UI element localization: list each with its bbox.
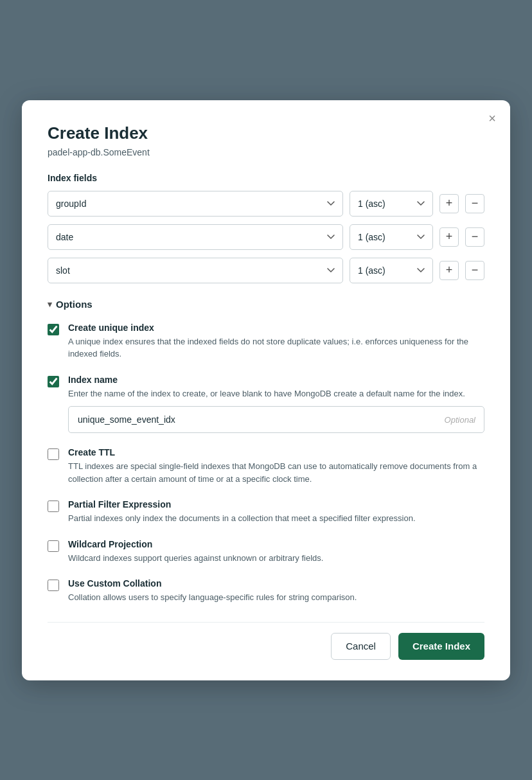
partial-filter-checkbox-wrapper [48,501,59,515]
order-select-1[interactable]: 1 (asc) -1 (desc) 2dsphere text hashed [350,191,433,217]
wildcard-option-title: Wildcard Projection [68,539,323,549]
options-toggle-button[interactable]: ▾ Options [48,299,93,310]
index-fields-label: Index fields [48,173,484,183]
ttl-option-desc: TTL indexes are special single-field ind… [68,460,484,485]
custom-collation-option-title: Use Custom Collation [68,578,357,589]
modal-footer: Cancel Create Index [48,622,484,660]
index-field-row: groupId date slot _id name 1 (asc) -1 (d… [48,258,484,283]
add-field-button-1[interactable]: + [439,194,459,213]
add-field-button-2[interactable]: + [439,227,459,247]
create-index-button[interactable]: Create Index [398,633,484,660]
field-select-1[interactable]: groupId date slot _id name [48,191,343,217]
partial-filter-checkbox[interactable] [48,501,59,512]
field-select-3[interactable]: groupId date slot _id name [48,258,343,283]
order-select-2[interactable]: 1 (asc) -1 (desc) 2dsphere text hashed [350,224,433,250]
field-select-2[interactable]: groupId date slot _id name [48,224,343,250]
close-button[interactable]: × [488,112,496,125]
option-custom-collation: Use Custom Collation Collation allows us… [48,578,484,604]
unique-option-desc: A unique index ensures that the indexed … [68,335,484,360]
create-index-modal: × Create Index padel-app-db.SomeEvent In… [22,100,510,680]
ttl-option-content: Create TTL TTL indexes are special singl… [68,447,484,485]
add-field-button-3[interactable]: + [439,261,459,280]
modal-title: Create Index [48,123,484,143]
unique-option-title: Create unique index [68,323,484,333]
custom-collation-option-content: Use Custom Collation Collation allows us… [68,578,357,604]
partial-filter-option-desc: Partial indexes only index the documents… [68,512,416,525]
modal-subtitle: padel-app-db.SomeEvent [48,147,484,157]
index-name-option-content: Index name Enter the name of the index t… [68,375,484,434]
option-ttl: Create TTL TTL indexes are special singl… [48,447,484,485]
index-name-input[interactable] [68,406,484,433]
index-field-row: groupId date slot _id name 1 (asc) -1 (d… [48,191,484,217]
ttl-checkbox[interactable] [48,448,59,460]
unique-option-content: Create unique index A unique index ensur… [68,323,484,360]
option-unique: Create unique index A unique index ensur… [48,323,484,360]
cancel-button[interactable]: Cancel [331,633,391,660]
partial-filter-option-content: Partial Filter Expression Partial indexe… [68,499,416,525]
option-wildcard: Wildcard Projection Wildcard indexes sup… [48,539,484,565]
custom-collation-option-desc: Collation allows users to specify langua… [68,591,357,604]
remove-field-button-2[interactable]: − [465,227,484,247]
custom-collation-checkbox-wrapper [48,580,59,594]
options-section: ▾ Options Create unique index A unique i… [48,299,484,604]
remove-field-button-3[interactable]: − [465,261,484,280]
wildcard-option-content: Wildcard Projection Wildcard indexes sup… [68,539,323,565]
index-fields-section: Index fields groupId date slot _id name … [48,173,484,283]
remove-field-button-1[interactable]: − [465,194,484,213]
modal-backdrop: × Create Index padel-app-db.SomeEvent In… [0,0,532,780]
wildcard-checkbox[interactable] [48,540,59,552]
option-partial-filter: Partial Filter Expression Partial indexe… [48,499,484,525]
ttl-checkbox-wrapper [48,448,59,463]
unique-checkbox-wrapper [48,324,59,338]
index-name-checkbox-wrapper [48,376,59,390]
index-name-option-title: Index name [68,375,484,385]
order-select-3[interactable]: 1 (asc) -1 (desc) 2dsphere text hashed [350,258,433,283]
partial-filter-option-title: Partial Filter Expression [68,499,416,510]
index-name-input-wrap: Optional [68,406,484,433]
ttl-option-title: Create TTL [68,447,484,457]
unique-checkbox[interactable] [48,324,59,335]
custom-collation-checkbox[interactable] [48,580,59,591]
index-name-checkbox[interactable] [48,376,59,387]
wildcard-option-desc: Wildcard indexes support queries against… [68,552,323,565]
index-name-option-desc: Enter the name of the index to create, o… [68,387,484,400]
wildcard-checkbox-wrapper [48,540,59,554]
index-field-row: groupId date slot _id name 1 (asc) -1 (d… [48,224,484,250]
option-index-name: Index name Enter the name of the index t… [48,375,484,434]
chevron-down-icon: ▾ [48,299,52,309]
options-label: Options [56,299,93,310]
